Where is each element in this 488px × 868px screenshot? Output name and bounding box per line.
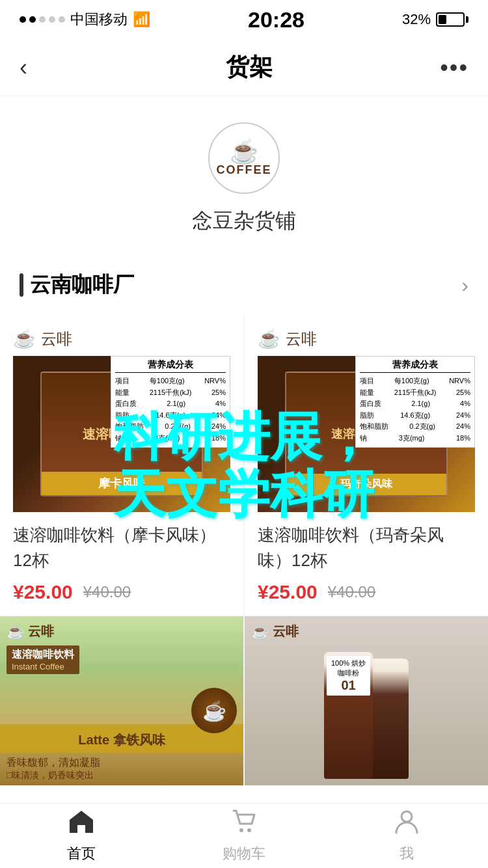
section-bar — [20, 273, 23, 297]
nutrition-row-2-2: 蛋白质2.1(g)4% — [360, 398, 470, 410]
tab-profile[interactable]: 我 — [325, 808, 488, 863]
nutrition-row-1: 能量2115千焦(kJ)25% — [115, 387, 226, 399]
latte-bg: ☕ 云啡 速溶咖啡饮料 Instant Coffee Latte 拿铁风味 香味… — [0, 616, 243, 785]
macchiato-flavor-label: 玛奇朵 — [340, 478, 372, 489]
coffee-beans-icon: ☕ — [230, 140, 259, 163]
svg-point-0 — [239, 828, 243, 832]
status-time: 20:28 — [248, 7, 305, 33]
bag-label: 100% 烘炒咖啡粉 01 — [327, 656, 370, 696]
darkroast-bg: ☕ 云啡 100% 烘炒咖啡粉 01 — [245, 616, 488, 785]
carrier-name: 中国移动 — [70, 10, 128, 29]
coffee-bags: 100% 烘炒咖啡粉 01 — [324, 652, 409, 779]
latte-flavor: Latte 拿铁风味 — [78, 733, 165, 747]
nutrition-row-2-4: 饱和脂肪0.2克(g)24% — [360, 421, 470, 433]
tab-cart-label: 购物车 — [223, 844, 265, 863]
macchiato-footer: 玛奇朵风味 — [286, 474, 447, 495]
nutrition-header-row: 项目每100克(g)NRV% — [115, 375, 226, 387]
tab-cart[interactable]: 购物车 — [163, 808, 325, 863]
signal-dot-3 — [39, 16, 46, 23]
section-header[interactable]: 云南咖啡厂 › — [0, 255, 488, 315]
battery-percent: 32% — [402, 11, 431, 28]
nutrition-row-2-3: 脂肪14.6克(g)24% — [360, 410, 470, 422]
brand-name-1: 云啡 — [41, 329, 72, 349]
latte-tagline2: □味清淡，奶香味突出 — [7, 770, 237, 781]
bottom-products-grid: ☕ 云啡 速溶咖啡饮料 Instant Coffee Latte 拿铁风味 香味… — [0, 616, 488, 785]
product-image-darkroast: ☕ 云啡 100% 烘炒咖啡粉 01 — [245, 616, 488, 785]
brand-name-2: 云啡 — [286, 329, 317, 349]
store-logo: ☕ COFFEE — [208, 122, 280, 194]
tab-bar: 首页 购物车 我 — [0, 803, 488, 868]
product-card-macchiato[interactable]: ☕ 云啡 速溶咖啡饮料 玛奇朵风味 营养成分表 项目每100克(g)NRV% — [245, 315, 488, 616]
nutrition-row-2-5: 钠3克(mg)18% — [360, 433, 470, 444]
nutrition-label-2: 营养成分表 项目每100克(g)NRV% 能量2115千焦(kJ)25% 蛋白质… — [355, 356, 475, 448]
product-brand-1: ☕ 云啡 — [13, 328, 230, 349]
more-button[interactable]: ••• — [440, 54, 468, 81]
brand-bean-icon-1: ☕ — [13, 328, 36, 349]
darkroast-brand: ☕ 云啡 — [251, 623, 299, 640]
svg-point-1 — [247, 828, 251, 832]
wifi-icon: 📶 — [133, 11, 150, 28]
latte-tagline1: 香味馥郁，清如凝脂 — [7, 756, 237, 770]
product-image-2: 速溶咖啡饮料 玛奇朵风味 营养成分表 项目每100克(g)NRV% 能量2115… — [258, 356, 475, 512]
signal-dot-5 — [59, 16, 65, 23]
product-image-latte: ☕ 云啡 速溶咖啡饮料 Instant Coffee Latte 拿铁风味 香味… — [0, 616, 243, 785]
signal-dot-2 — [29, 16, 36, 23]
mocha-footer: 摩卡风味 — [42, 472, 202, 495]
brand-bean-icon-2: ☕ — [258, 328, 280, 349]
coffee-text: COFFEE — [216, 163, 271, 177]
product-price-row-2: ¥25.00 ¥40.00 — [258, 581, 475, 603]
latte-brand: ☕ 云啡 — [7, 623, 54, 640]
nav-bar: ‹ 货架 ••• — [0, 39, 488, 96]
nutrition-row-4: 饱和脂肪0.2克(g)24% — [115, 421, 226, 433]
product-card-darkroast[interactable]: ☕ 云啡 100% 烘炒咖啡粉 01 — [245, 616, 488, 785]
tab-home-label: 首页 — [67, 844, 96, 863]
mocha-flavor-label: 摩卡 — [98, 477, 122, 490]
product-card-latte[interactable]: ☕ 云啡 速溶咖啡饮料 Instant Coffee Latte 拿铁风味 香味… — [0, 616, 243, 785]
status-bar: 中国移动 📶 20:28 32% — [0, 0, 488, 39]
nutrition-label-1: 营养成分表 项目每100克(g)NRV% 能量2115千焦(kJ)25% 蛋白质… — [111, 356, 230, 448]
signal-dot-1 — [20, 16, 26, 23]
home-icon — [67, 808, 96, 840]
product-price-row-1: ¥25.00 ¥40.00 — [13, 581, 230, 603]
latte-instant-label: 速溶咖啡饮料 Instant Coffee — [7, 645, 79, 674]
product-image-1: 速溶咖啡饮料 摩卡风味 营养成分表 项目每100克(g)NRV% 能量2115千… — [13, 356, 230, 512]
coffee-cup-visual: ☕ — [191, 688, 237, 733]
tab-home[interactable]: 首页 — [0, 808, 163, 863]
latte-brand-icon: ☕ — [7, 623, 24, 640]
status-left: 中国移动 📶 — [20, 10, 150, 29]
store-header: ☕ COFFEE 念豆杂货铺 — [0, 96, 488, 249]
status-right: 32% — [402, 11, 468, 28]
product-title-2: 速溶咖啡饮料（玛奇朵风味）12杯 — [258, 522, 475, 573]
nutrition-row-3: 脂肪14.6克(g)24% — [115, 410, 226, 422]
signal-dot-4 — [49, 16, 55, 23]
signal-dots — [20, 16, 65, 23]
products-grid: ☕ 云啡 速溶咖啡饮料 摩卡风味 营养成分表 项目每100克(g)NRV% — [0, 315, 488, 616]
product-card-mocha[interactable]: ☕ 云啡 速溶咖啡饮料 摩卡风味 营养成分表 项目每100克(g)NRV% — [0, 315, 243, 616]
latte-taglines: 香味馥郁，清如凝脂 □味清淡，奶香味突出 — [0, 756, 243, 781]
darkroast-brand-name: 云啡 — [273, 623, 299, 640]
price-current-2: ¥25.00 — [258, 581, 318, 603]
svg-point-2 — [401, 811, 412, 822]
nutrition-title-1: 营养成分表 — [115, 359, 226, 373]
product-brand-2: ☕ 云啡 — [258, 328, 475, 349]
battery-icon — [436, 12, 468, 27]
nutrition-row-2-1: 能量2115千焦(kJ)25% — [360, 387, 470, 399]
nutrition-title-2: 营养成分表 — [360, 359, 470, 373]
darkroast-brand-icon: ☕ — [251, 623, 269, 640]
bag-num: 01 — [329, 678, 368, 693]
section-arrow[interactable]: › — [461, 273, 468, 297]
page-title: 货架 — [226, 51, 273, 83]
nutrition-row-5: 钠3克(mg)18% — [115, 433, 226, 444]
section-title-text: 云南咖啡厂 — [30, 271, 134, 299]
back-button[interactable]: ‹ — [20, 54, 59, 81]
latte-desc1: 速溶咖啡饮料 — [12, 648, 74, 662]
latte-desc2: Instant Coffee — [12, 662, 74, 671]
nutrition-header-row-2: 项目每100克(g)NRV% — [360, 375, 470, 387]
bag-desc: 100% 烘炒咖啡粉 — [329, 658, 368, 678]
latte-brand-name: 云啡 — [28, 623, 54, 640]
price-original-2: ¥40.00 — [328, 583, 375, 601]
coffee-cup-icon: ☕ — [202, 699, 226, 722]
price-current-1: ¥25.00 — [13, 581, 73, 603]
section-title: 云南咖啡厂 — [20, 271, 134, 299]
product-title-1: 速溶咖啡饮料（摩卡风味）12杯 — [13, 522, 230, 573]
